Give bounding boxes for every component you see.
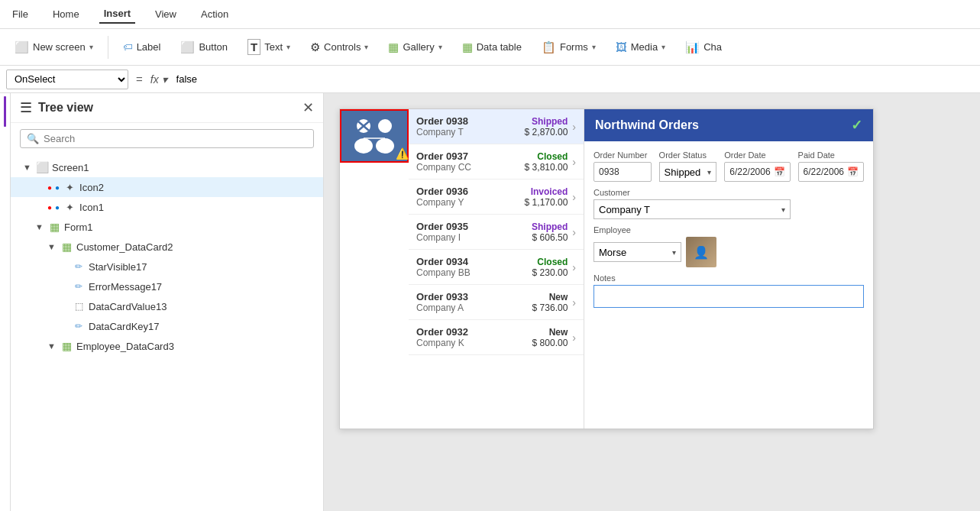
tree-item-dcv13[interactable]: ⬚ DataCardValue13 — [11, 296, 323, 316]
form-header: Northwind Orders ✓ — [584, 109, 873, 141]
employee-dropdown[interactable]: Morse ▾ — [593, 242, 681, 262]
gallery-item-0938[interactable]: Order 0938 Company T Shipped $ 2,870.00 … — [409, 109, 584, 144]
red-dot-icon2: ● — [47, 183, 52, 192]
status-0938: Shipped — [525, 116, 568, 127]
employee-dropdown-caret: ▾ — [672, 248, 676, 257]
new-screen-icon: ⬜ — [15, 40, 29, 54]
preview-form: Northwind Orders ✓ Order Number 0938 Ord… — [584, 109, 873, 429]
gallery-item-0936[interactable]: Order 0936 Company Y Invoiced $ 1,170.00… — [409, 179, 584, 215]
tree-item-dck17[interactable]: ✏ DataCardKey17 — [11, 316, 323, 336]
controls-button[interactable]: ⚙ Controls ▾ — [302, 36, 377, 59]
tree-item-form1[interactable]: ▼ ▦ Form1 — [11, 217, 323, 237]
data-table-btn-label: Data table — [477, 41, 522, 53]
form-grid: Order Number 0938 Order Status Shipped ▾ — [593, 150, 864, 308]
active-sidebar-indicator — [4, 96, 6, 127]
button-button[interactable]: ⬜ Button — [172, 36, 236, 59]
company-0932: Company K — [416, 338, 528, 348]
media-caret: ▾ — [661, 43, 665, 51]
media-btn-label: Media — [631, 41, 658, 53]
tree-label-cdc2: Customer_DataCard2 — [76, 241, 173, 253]
menu-file[interactable]: File — [8, 5, 33, 23]
status-0933: New — [532, 292, 568, 302]
notes-field: Notes — [593, 273, 864, 308]
gallery-item-0937[interactable]: Order 0937 Company CC Closed $ 3,810.00 … — [409, 144, 584, 179]
customer-dropdown-caret: ▾ — [781, 205, 785, 214]
new-screen-button[interactable]: ⬜ New screen ▾ — [6, 36, 102, 59]
gallery-item-0932[interactable]: Order 0932 Company K New $ 800.00 › — [409, 320, 584, 355]
data-table-icon: ▦ — [462, 40, 473, 54]
order-status-field: Order Status Shipped ▾ — [659, 150, 717, 182]
tree-item-employee-dc3[interactable]: ▼ ▦ Employee_DataCard3 — [11, 336, 323, 356]
property-selector[interactable]: OnSelect — [6, 70, 128, 89]
close-panel-button[interactable]: ✕ — [302, 99, 314, 116]
charts-button[interactable]: 📊 Cha — [677, 36, 730, 59]
tree-item-errormessage17[interactable]: ✏ ErrorMessage17 — [11, 277, 323, 296]
caret-edc3: ▼ — [47, 341, 57, 351]
order-date-calendar-icon[interactable]: 📅 — [774, 167, 785, 177]
text-button[interactable]: T Text ▾ — [239, 34, 299, 60]
gallery-btn-label: Gallery — [403, 41, 434, 53]
order-status-label: Order Status — [659, 150, 717, 160]
tree-item-icon2[interactable]: ● ● ✦ Icon2 — [11, 177, 323, 197]
tree-item-customer-dc2[interactable]: ▼ ▦ Customer_DataCard2 — [11, 237, 323, 257]
amount-0933: $ 736.00 — [532, 302, 568, 313]
main-area: ☰ Tree view ✕ 🔍 ▼ ⬜ Screen1 ● ● ✦ Icon2 — [0, 93, 980, 511]
formula-input[interactable] — [172, 70, 974, 89]
menu-view[interactable]: View — [150, 5, 181, 23]
customer-dropdown[interactable]: Company T ▾ — [593, 199, 791, 219]
caret-sv17 — [60, 262, 69, 271]
forms-button[interactable]: 📋 Forms ▾ — [533, 36, 604, 59]
gallery-item-0934[interactable]: Order 0934 Company BB Closed $ 230.00 › — [409, 250, 584, 285]
tree-item-starvisible17[interactable]: ✏ StarVisible17 — [11, 257, 323, 277]
status-0932: New — [532, 327, 568, 338]
paid-date-calendar-icon[interactable]: 📅 — [847, 167, 859, 177]
hamburger-icon[interactable]: ☰ — [20, 99, 32, 116]
order-date-value[interactable]: 6/22/2006 📅 — [724, 162, 790, 182]
screen-icon: ⬜ — [35, 161, 49, 173]
media-button[interactable]: 🖼 Media ▾ — [607, 36, 674, 58]
gallery-item-info-0938: Order 0938 Company T — [416, 115, 520, 137]
order-status-dropdown[interactable]: Shipped ▾ — [659, 162, 717, 182]
tree-label-dck17: DataCardKey17 — [89, 321, 160, 332]
label-button[interactable]: 🏷 Label — [115, 37, 170, 57]
employee-avatar: 👤 — [686, 237, 716, 267]
tree-label-form1: Form1 — [64, 222, 93, 233]
caret-em17 — [60, 282, 69, 291]
preview-gallery: Order 0938 Company T Shipped $ 2,870.00 … — [409, 109, 584, 429]
amount-0936: $ 1,170.00 — [525, 197, 568, 208]
notes-input[interactable] — [593, 285, 864, 308]
media-icon: 🖼 — [616, 40, 627, 53]
tree-label-icon1: Icon1 — [79, 202, 104, 213]
gallery-arrow-0938: › — [572, 121, 576, 133]
menu-home[interactable]: Home — [48, 5, 84, 23]
order-date-label: Order Date — [724, 150, 790, 160]
controls-caret: ▾ — [364, 43, 368, 51]
gallery-item-0933[interactable]: Order 0933 Company A New $ 736.00 › — [409, 285, 584, 320]
gallery-arrow-0936: › — [572, 191, 576, 203]
status-dropdown-caret: ▾ — [707, 168, 711, 176]
employee-label: Employee — [593, 225, 716, 234]
amount-0932: $ 800.00 — [532, 338, 568, 348]
data-table-button[interactable]: ▦ Data table — [454, 36, 530, 59]
form-check-icon[interactable]: ✓ — [851, 117, 862, 134]
blue-dot-icon1: ● — [55, 203, 60, 212]
menu-action[interactable]: Action — [196, 5, 233, 23]
tree-label-em17: ErrorMessage17 — [89, 281, 162, 293]
tree-item-icon1[interactable]: ● ● ✦ Icon1 — [11, 197, 323, 217]
new-screen-caret: ▾ — [89, 43, 93, 51]
tree-label-icon2: Icon2 — [79, 182, 104, 193]
tree-item-screen1[interactable]: ▼ ⬜ Screen1 — [11, 157, 323, 177]
paid-date-value[interactable]: 6/22/2006 📅 — [798, 162, 864, 182]
tree-view: ▼ ⬜ Screen1 ● ● ✦ Icon2 ● ● ✦ Icon1 — [11, 154, 323, 511]
order-number-0932: Order 0932 — [416, 326, 528, 338]
amount-0935: $ 606.50 — [532, 232, 568, 243]
menu-insert[interactable]: Insert — [99, 5, 135, 24]
search-input[interactable] — [44, 133, 307, 144]
people-svg — [351, 117, 397, 155]
gallery-arrow-0933: › — [572, 296, 576, 309]
text-caret: ▾ — [286, 43, 290, 51]
order-number-0937: Order 0937 — [416, 150, 520, 162]
gallery-item-0935[interactable]: Order 0935 Company I Shipped $ 606.50 › — [409, 215, 584, 250]
form1-icon: ▦ — [47, 221, 61, 233]
gallery-button[interactable]: ▦ Gallery ▾ — [380, 36, 450, 59]
